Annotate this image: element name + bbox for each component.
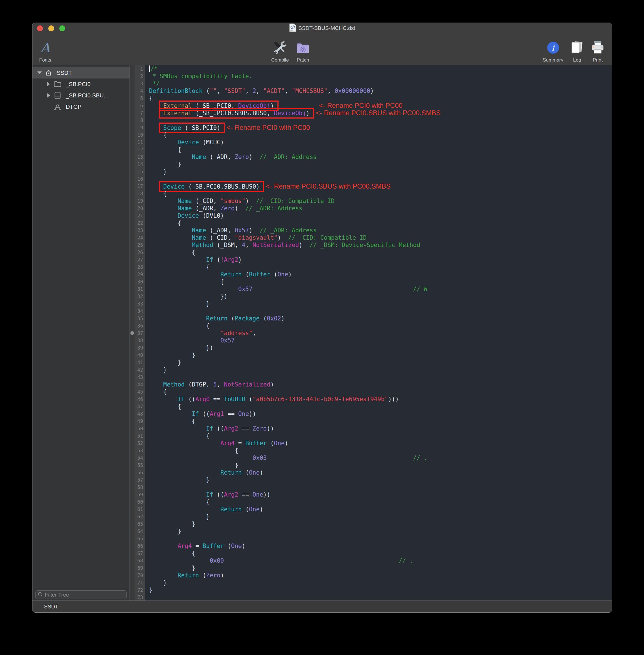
code-line[interactable]: }: [149, 161, 612, 168]
code-line[interactable]: }: [149, 366, 612, 374]
code-line[interactable]: Name (_ADR, 0x57) // _ADR: Address: [149, 227, 612, 234]
code-line[interactable]: 0x00 // .: [149, 557, 612, 564]
line-number: 73: [135, 594, 143, 601]
code-line[interactable]: 0x03 // .: [149, 454, 612, 461]
code-line[interactable]: [149, 535, 612, 542]
code-line[interactable]: }: [149, 513, 612, 520]
code-line[interactable]: If ((Arg2 == Zero)): [149, 425, 612, 432]
code-editor[interactable]: 1234567891011121314151617181920212223242…: [135, 65, 612, 601]
code-line[interactable]: }: [149, 528, 612, 535]
line-number: 55: [135, 461, 143, 469]
code-line[interactable]: 0x57: [149, 337, 612, 344]
code-line[interactable]: }: [149, 520, 612, 528]
patch-button[interactable]: Patch: [296, 36, 309, 63]
code-line[interactable]: */: [149, 80, 612, 87]
code-line[interactable]: {: [149, 550, 612, 557]
code-line[interactable]: }: [149, 168, 612, 175]
code-line[interactable]: {: [149, 432, 612, 439]
code-line[interactable]: /*: [149, 65, 612, 72]
code-line[interactable]: {: [149, 447, 612, 454]
code-line[interactable]: }: [149, 579, 612, 586]
code-line[interactable]: }: [149, 476, 612, 483]
code-line[interactable]: Method (DTGP, 5, NotSerialized): [149, 381, 612, 388]
code-line[interactable]: Device (_SB.PCI0.SBUS.BUS0)<- Rename PCI…: [149, 183, 612, 190]
line-number: 23: [135, 227, 143, 234]
line-number: 19: [135, 197, 143, 205]
splitter[interactable]: [130, 65, 135, 601]
code-line[interactable]: }: [149, 564, 612, 572]
code-line[interactable]: Name (_ADR, Zero) // _ADR: Address: [149, 205, 612, 212]
code-line[interactable]: Scope (_SB.PCI0)<- Rename PCI0 with PC00: [149, 124, 612, 131]
code-content[interactable]: /* * SMBus compatibility table. */Defini…: [145, 65, 612, 601]
code-line[interactable]: {: [149, 146, 612, 153]
disclosure-triangle-icon[interactable]: [45, 82, 52, 86]
disclosure-triangle-icon[interactable]: [45, 93, 52, 98]
code-line[interactable]: If ((Arg1 == One)): [149, 410, 612, 417]
code-line[interactable]: "address",: [149, 330, 612, 337]
line-number: 68: [135, 557, 143, 564]
code-line[interactable]: 0x57 // W: [149, 286, 612, 293]
code-line[interactable]: [149, 374, 612, 381]
code-line[interactable]: Name (_ADR, Zero) // _ADR: Address: [149, 153, 612, 161]
code-line[interactable]: Arg4 = Buffer (One): [149, 542, 612, 550]
code-line[interactable]: {: [149, 249, 612, 256]
print-button[interactable]: Print: [591, 36, 604, 63]
line-number: 48: [135, 410, 143, 417]
code-line[interactable]: Arg4 = Buffer (One): [149, 439, 612, 447]
code-line[interactable]: }: [149, 300, 612, 308]
summary-button[interactable]: i Summary: [543, 36, 563, 63]
code-line[interactable]: }: [149, 352, 612, 359]
code-line[interactable]: [149, 483, 612, 491]
code-line[interactable]: }: [149, 586, 612, 594]
code-line[interactable]: {: [149, 417, 612, 425]
code-line[interactable]: }: [149, 461, 612, 469]
line-number: 31: [135, 286, 143, 293]
line-number: 8: [135, 117, 143, 124]
code-line[interactable]: Return (Buffer (One): [149, 271, 612, 278]
code-line[interactable]: If ((Arg2 == One)): [149, 491, 612, 498]
code-line[interactable]: Return (Package (0x02): [149, 315, 612, 322]
code-line[interactable]: }): [149, 293, 612, 300]
code-line[interactable]: If (!Arg2): [149, 256, 612, 264]
line-number: 5: [135, 95, 143, 102]
code-line[interactable]: Device (DVL0): [149, 212, 612, 219]
code-line[interactable]: [149, 594, 612, 601]
code-line[interactable]: }): [149, 344, 612, 352]
line-number: 45: [135, 388, 143, 396]
code-line[interactable]: Return (One): [149, 506, 612, 513]
compile-button[interactable]: Compile: [271, 36, 289, 63]
filter-field[interactable]: [35, 590, 127, 600]
code-line[interactable]: {: [149, 264, 612, 271]
line-number: 6: [135, 102, 143, 109]
code-line[interactable]: Name (_CID, "smbus") // _CID: Compatible…: [149, 197, 612, 205]
disclosure-triangle-icon[interactable]: [37, 71, 43, 74]
code-line[interactable]: {: [149, 403, 612, 410]
code-line[interactable]: * SMBus compatibility table.: [149, 72, 612, 80]
code-line[interactable]: Return (One): [149, 469, 612, 476]
sidebar-item-dtgp[interactable]: DTGP: [32, 101, 130, 112]
title-bar[interactable]: DSL SSDT-SBUS-MCHC.dsl: [32, 23, 612, 33]
code-line[interactable]: Name (_CID, "diagsvault") // _CID: Compa…: [149, 234, 612, 241]
code-line[interactable]: }: [149, 359, 612, 366]
code-line[interactable]: If ((Arg0 == ToUUID ("a0b5b7c6-1318-441c…: [149, 396, 612, 403]
fonts-button[interactable]: A Fonts: [39, 36, 51, 63]
code-line[interactable]: {: [149, 388, 612, 396]
code-line[interactable]: [149, 308, 612, 315]
sidebar-item--sb-pci0[interactable]: _SB.PCI0: [32, 78, 130, 90]
code-line[interactable]: Return (Zero): [149, 572, 612, 579]
code-line[interactable]: External (_SB_.PCI0.SBUS.BUS0, DeviceObj…: [149, 109, 612, 117]
code-line[interactable]: DefinitionBlock ("", "SSDT", 2, "ACDT", …: [149, 87, 612, 95]
log-button[interactable]: Log: [571, 36, 583, 63]
sidebar-item-ssdt[interactable]: SSDT: [32, 67, 130, 78]
filter-tree-input[interactable]: [44, 591, 124, 598]
code-line[interactable]: {: [149, 498, 612, 506]
sidebar-item--sb-pci0-sbu-[interactable]: _SB.PCI0.SBU...: [32, 90, 130, 101]
code-line[interactable]: Device (MCHC): [149, 139, 612, 146]
code-line[interactable]: {: [149, 278, 612, 286]
line-number: 4: [135, 87, 143, 95]
line-number: 10: [135, 131, 143, 139]
code-line[interactable]: {: [149, 322, 612, 330]
line-number: 54: [135, 454, 143, 461]
code-line[interactable]: {: [149, 219, 612, 227]
code-line[interactable]: Method (_DSM, 4, NotSerialized) // _DSM:…: [149, 241, 612, 249]
